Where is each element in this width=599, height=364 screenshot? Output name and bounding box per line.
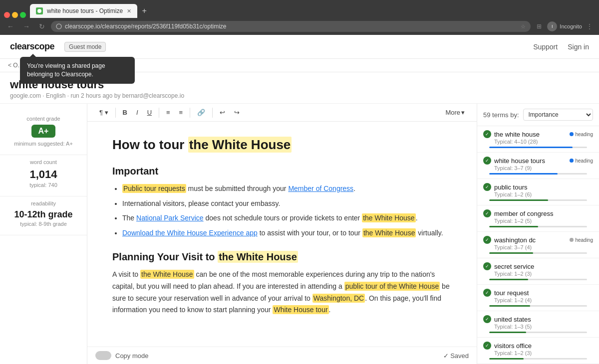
term-name[interactable]: the white house [494,131,567,138]
address-text: clearscope.io/clearscope/reports/2536f11… [65,23,227,30]
forward-btn[interactable]: → [20,20,33,32]
doc-meta: google.com · English · run 2 hours ago b… [10,92,589,99]
term-row: ✓ washington dc heading [483,236,593,244]
section2-para: A visit to the White House can be one of… [112,269,452,316]
paragraph-btn[interactable]: ¶ ▾ [95,107,112,118]
term-bar-fill [489,226,538,227]
term-item: ✓ the white house heading Typical: 4–10 … [477,126,599,153]
extensions-btn[interactable]: ⊞ [534,21,545,32]
term-bar-fill [489,147,573,148]
editor-toolbar: ¶ ▾ B I U ≡ ≡ 🔗 ↩ ↪ More ▾ [87,104,477,122]
check-icon: ✓ [485,317,489,322]
tab-title: white house tours - Optimize [47,7,123,14]
editor-area: ¶ ▾ B I U ≡ ≡ 🔗 ↩ ↪ More ▾ [87,104,477,364]
sort-select[interactable]: Importance Alphabetical [523,109,593,121]
readability-typical: typical: 8-9th grade [8,221,79,227]
term-bar [489,173,587,175]
underline-btn[interactable]: U [143,107,156,118]
nps-link[interactable]: National Park Service [136,214,204,222]
term-bar [489,226,587,227]
term-check: ✓ [483,289,491,297]
term-row: ✓ visitors office [483,342,593,350]
grade-badge: A+ [31,125,56,138]
refresh-btn[interactable]: ↻ [36,20,48,32]
close-dot[interactable] [4,12,10,18]
check-icon: ✓ [485,158,489,163]
term-name[interactable]: member of congress [494,210,593,217]
link-btn[interactable]: 🔗 [193,107,209,118]
bullet-item-3: The National Park Service does not sched… [122,212,452,224]
term-name[interactable]: tour request [494,289,593,297]
term-name[interactable]: united states [494,316,593,323]
section1-heading: Important [112,166,452,177]
guest-mode-btn[interactable]: Guest mode [64,42,106,52]
badge-text: heading [575,158,593,164]
menu-btn[interactable]: ⋮ [584,21,595,32]
term-name[interactable]: white house tours [494,157,567,165]
app-logo: clearscope [10,41,54,52]
term-typical: Typical: 1–2 (6) [483,191,593,197]
bullet-item-1: Public tour requests must be submitted t… [122,183,452,195]
section2-heading: Planning Your Visit to the White House [112,251,452,263]
app-container: clearscope Guest mode You're viewing a s… [0,35,599,364]
term-bar [489,147,587,148]
term-bar [489,305,587,307]
italic-btn[interactable]: I [132,107,142,118]
term-item: ✓ tour request Typical: 1–2 (4) [477,285,599,311]
support-link[interactable]: Support [533,43,558,51]
member-of-congress-link[interactable]: Member of Congress [288,184,353,192]
term-row: ✓ united states [483,315,593,323]
para-highlight2: public tour of the White House [344,282,440,291]
bullet3-highlight: the White House [362,213,416,222]
term-check: ✓ [483,236,491,244]
copy-mode-toggle[interactable] [95,351,111,360]
term-bar-fill [489,358,524,360]
redo-btn[interactable]: ↪ [230,107,244,118]
term-typical: Typical: 1–2 (3) [483,350,593,356]
sign-in-link[interactable]: Sign in [568,43,589,51]
unordered-list-btn[interactable]: ≡ [175,107,187,118]
term-typical: Typical: 3–7 (4) [483,244,593,250]
profile-btn[interactable]: I [547,21,558,32]
editor-content[interactable]: How to tour the White House Important Pu… [87,122,477,347]
term-check: ✓ [483,262,491,270]
copy-mode: Copy mode [95,351,148,360]
svg-point-1 [56,24,61,29]
tab-close-btn[interactable]: ✕ [127,8,131,14]
star-icon[interactable]: ☆ [521,23,526,30]
term-row: ✓ tour request [483,289,593,297]
bullet-list-1: Public tour requests must be submitted t… [112,183,452,239]
readability-grade: 10-12th grade [8,209,79,220]
bold-btn[interactable]: B [119,107,131,118]
term-check: ✓ [483,130,491,138]
maximize-dot[interactable] [20,12,26,18]
active-tab[interactable]: white house tours - Optimize ✕ [30,4,137,18]
term-bar-fill [489,332,526,333]
content-grade-label: content grade [8,116,79,122]
undo-btn[interactable]: ↩ [216,107,229,118]
term-name[interactable]: public tours [494,183,593,191]
term-bar [489,332,587,333]
term-item: ✓ washington dc heading Typical: 3–7 (4) [477,232,599,258]
term-typical: Typical: 4–10 (28) [483,139,593,145]
term-item: ✓ white house tours heading Typical: 3–7… [477,153,599,179]
more-btn[interactable]: More ▾ [441,107,469,118]
minimize-dot[interactable] [12,12,18,18]
term-typical: Typical: 1–3 (5) [483,324,593,330]
term-row: ✓ the white house heading [483,130,593,138]
address-bar[interactable]: clearscope.io/clearscope/reports/2536f11… [51,21,531,32]
back-btn[interactable]: ← [4,20,17,32]
para-highlight4: White House tour [273,305,328,314]
check-icon: ✓ [485,211,489,216]
guest-mode-tooltip: You're viewing a shared page belonging t… [20,57,135,84]
term-name[interactable]: visitors office [494,342,593,350]
ordered-list-btn[interactable]: ≡ [162,107,174,118]
term-name[interactable]: washington dc [494,236,567,244]
left-sidebar: content grade A+ minimum suggested: A+ w… [0,104,87,364]
min-suggested: minimum suggested: A+ [8,141,79,147]
term-badge: heading [570,132,593,137]
new-tab-btn[interactable]: + [137,4,151,18]
app-header: clearscope Guest mode You're viewing a s… [0,35,599,59]
download-app-link[interactable]: Download the White House Experience app [122,229,258,237]
term-name[interactable]: secret service [494,263,593,270]
